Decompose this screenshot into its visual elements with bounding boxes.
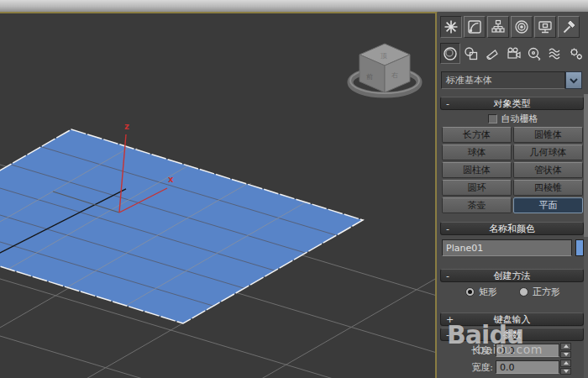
width-label: 宽度: bbox=[438, 361, 496, 374]
triangle-down-icon bbox=[564, 370, 569, 373]
category-cameras[interactable] bbox=[503, 43, 523, 64]
button-teapot[interactable]: 茶壶 bbox=[442, 197, 512, 213]
cameras-icon bbox=[506, 46, 521, 61]
category-geometry[interactable] bbox=[440, 43, 460, 64]
button-plane[interactable]: 平面 bbox=[513, 197, 583, 213]
collapse-icon[interactable]: - bbox=[446, 270, 449, 282]
width-field[interactable]: 0.0 bbox=[496, 360, 559, 374]
name-color-row bbox=[442, 239, 584, 256]
tab-hierarchy[interactable] bbox=[487, 16, 509, 38]
spinner-down[interactable] bbox=[560, 368, 571, 375]
chevron-down-icon bbox=[570, 77, 578, 84]
button-cone[interactable]: 圆锥体 bbox=[513, 127, 583, 143]
utilities-icon bbox=[561, 19, 576, 34]
view-cube[interactable]: 前 右 顶 bbox=[350, 44, 419, 95]
category-systems[interactable] bbox=[566, 43, 586, 64]
rollout-title: 创建方法 bbox=[494, 270, 531, 281]
spinner-up[interactable] bbox=[560, 343, 571, 350]
button-pyramid[interactable]: 四棱锥 bbox=[513, 180, 583, 196]
create-icon bbox=[444, 19, 459, 34]
svg-text:顶: 顶 bbox=[380, 52, 387, 60]
rollout-title: 对象类型 bbox=[494, 98, 531, 109]
object-color-swatch[interactable] bbox=[575, 239, 584, 256]
radio-dot bbox=[465, 287, 475, 297]
axis-label-x: x bbox=[168, 175, 174, 184]
radio-label: 矩形 bbox=[479, 286, 497, 298]
rollout-keyboard-entry[interactable]: + 键盘输入 bbox=[440, 312, 584, 326]
category-lights[interactable] bbox=[482, 43, 502, 64]
rollout-parameters[interactable]: - 参数 bbox=[440, 328, 584, 341]
lights-icon bbox=[485, 46, 500, 61]
button-torus[interactable]: 圆环 bbox=[442, 180, 512, 196]
modify-icon bbox=[467, 19, 482, 34]
category-helpers[interactable] bbox=[524, 43, 544, 64]
collapse-icon[interactable]: - bbox=[446, 223, 449, 235]
rollout-name-color[interactable]: - 名称和颜色 bbox=[440, 222, 584, 235]
object-name-input[interactable] bbox=[442, 239, 572, 256]
tab-modify[interactable] bbox=[464, 16, 486, 38]
scrollbar-thumb[interactable] bbox=[584, 94, 588, 237]
primitive-type-dropdown[interactable]: 标准基本体 bbox=[441, 71, 582, 89]
creation-method-options: 矩形 正方形 bbox=[438, 286, 588, 298]
collapse-icon[interactable]: + bbox=[446, 313, 454, 326]
main-toolbar-strip bbox=[0, 0, 588, 13]
button-sphere[interactable]: 球体 bbox=[442, 144, 512, 160]
collapse-icon[interactable]: - bbox=[446, 328, 449, 341]
plane-object[interactable] bbox=[0, 129, 363, 323]
tab-utilities[interactable] bbox=[558, 16, 580, 38]
length-field[interactable]: 0.0 bbox=[496, 344, 559, 357]
length-label: 长度: bbox=[438, 344, 496, 357]
motion-icon bbox=[514, 19, 529, 34]
svg-text:右: 右 bbox=[391, 71, 398, 79]
radio-rectangle[interactable]: 矩形 bbox=[465, 286, 497, 298]
button-box[interactable]: 长方体 bbox=[442, 127, 512, 143]
tab-create[interactable] bbox=[440, 16, 462, 38]
command-panel-tabs bbox=[440, 16, 580, 39]
geometry-icon bbox=[443, 46, 458, 61]
command-panel: 标准基本体 - 对象类型 自动栅格 长方体 圆锥体 球体 几何球体 圆柱体 管状… bbox=[438, 12, 588, 378]
triangle-down-icon bbox=[564, 353, 569, 356]
rollout-object-type[interactable]: - 对象类型 bbox=[440, 97, 584, 110]
radio-label: 正方形 bbox=[533, 286, 560, 298]
category-space-warps[interactable] bbox=[545, 43, 565, 64]
length-spinner[interactable] bbox=[560, 343, 571, 358]
autogrid-row: 自动栅格 bbox=[438, 113, 588, 125]
category-shapes[interactable] bbox=[461, 43, 481, 64]
spinner-down[interactable] bbox=[560, 351, 571, 359]
button-cylinder[interactable]: 圆柱体 bbox=[442, 162, 512, 178]
space-warps-icon bbox=[548, 46, 563, 61]
rollout-creation-method[interactable]: - 创建方法 bbox=[440, 269, 584, 282]
autogrid-checkbox[interactable] bbox=[488, 114, 497, 123]
systems-icon bbox=[569, 46, 584, 61]
collapse-icon[interactable]: - bbox=[446, 97, 449, 110]
object-category-row bbox=[440, 43, 586, 65]
dropdown-button[interactable] bbox=[565, 71, 582, 89]
display-icon bbox=[538, 19, 553, 34]
tab-motion[interactable] bbox=[511, 16, 533, 38]
rollout-title: 名称和颜色 bbox=[489, 223, 535, 234]
hierarchy-icon bbox=[491, 19, 506, 34]
triangle-up-icon bbox=[564, 344, 569, 348]
radio-dot bbox=[519, 287, 528, 297]
shapes-icon bbox=[464, 46, 479, 61]
autogrid-label: 自动栅格 bbox=[501, 113, 538, 125]
width-row: 宽度: 0.0 bbox=[438, 360, 588, 375]
length-row: 长度: 0.0 bbox=[438, 343, 588, 358]
svg-text:前: 前 bbox=[366, 73, 373, 81]
viewport-canvas: z x 前 右 顶 bbox=[0, 13, 435, 378]
button-tube[interactable]: 管状体 bbox=[513, 162, 583, 178]
button-geosphere[interactable]: 几何球体 bbox=[513, 144, 583, 160]
axis-label-z: z bbox=[124, 122, 129, 131]
helpers-icon bbox=[527, 46, 542, 61]
width-spinner[interactable] bbox=[560, 360, 571, 375]
tab-display[interactable] bbox=[534, 16, 556, 38]
rollout-title: 参数 bbox=[503, 329, 522, 340]
triangle-up-icon bbox=[564, 361, 569, 365]
primitive-buttons: 长方体 圆锥体 球体 几何球体 圆柱体 管状体 圆环 四棱锥 茶壶 平面 bbox=[442, 127, 584, 213]
panel-scrollbar[interactable] bbox=[584, 94, 588, 378]
radio-square[interactable]: 正方形 bbox=[519, 286, 560, 298]
spinner-up[interactable] bbox=[560, 360, 571, 367]
perspective-viewport[interactable]: z x 前 右 顶 bbox=[0, 12, 437, 378]
rollout-title: 键盘输入 bbox=[494, 314, 531, 325]
dropdown-value: 标准基本体 bbox=[441, 71, 565, 89]
